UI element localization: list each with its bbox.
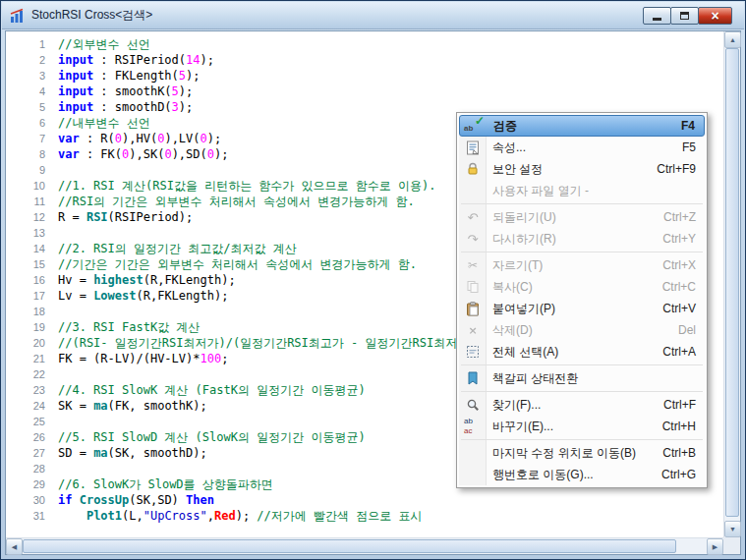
code-text: //(RSI- 일정기간RSI최저가)/(일정기간RSI최고가 - 일정기간RS… (58, 335, 490, 351)
line-number: 23 (6, 382, 54, 398)
menu-item-goto-line[interactable]: 행번호로 이동(G)...Ctrl+G (459, 464, 705, 485)
menu-item-shortcut: Ctrl+A (662, 345, 696, 359)
menu-item-properties[interactable]: 속성...F5 (459, 137, 705, 158)
line-number: 24 (6, 398, 54, 414)
menu-item-shortcut: Ctrl+Y (662, 232, 696, 246)
line-number: 10 (6, 178, 54, 194)
code-text: input : FKLength(5); (58, 68, 201, 84)
line-number: 22 (6, 366, 54, 382)
code-text: //내부변수 선언 (58, 115, 150, 131)
scrollbar-corner (723, 537, 740, 554)
menu-item-label: 마지막 수정 위치로 이동(B) (492, 445, 653, 462)
menu-item-label: 복사(C) (492, 279, 653, 296)
code-text: Lv = Lowest(R,FKLength); (58, 288, 228, 304)
menu-item-shortcut: Ctrl+F (663, 398, 696, 412)
vertical-scroll-thumb[interactable] (725, 48, 739, 517)
menu-item-select-all[interactable]: 전체 선택(A)Ctrl+A (459, 341, 705, 363)
undo-icon: ↶ (462, 209, 484, 225)
code-text: Hv = highest(R,FKLength); (58, 272, 236, 288)
menu-item-goto-last-edit[interactable]: 마지막 수정 위치로 이동(B)Ctrl+B (459, 442, 705, 464)
line-number: 8 (6, 146, 54, 162)
code-line: 3input : FKLength(5); (6, 68, 723, 84)
line-number: 27 (6, 445, 54, 461)
code-text: //2. RSI의 일정기간 최고값/최저값 계산 (58, 241, 297, 256)
menu-item-label: 보안 설정 (492, 161, 647, 178)
vertical-scrollbar[interactable]: ▲ ▼ (723, 31, 740, 537)
code-text: //외부변수 선언 (58, 36, 150, 52)
paste-icon (462, 301, 484, 316)
line-number: 29 (6, 476, 54, 492)
line-number: 13 (6, 225, 54, 241)
menu-item-shortcut: Ctrl+G (661, 468, 696, 481)
code-text: //기간은 기간은 외부변수 처리해서 속성에서 변경가능하게 함. (58, 256, 417, 272)
line-number: 26 (6, 429, 54, 445)
menu-item-shortcut: Ctrl+C (662, 280, 696, 294)
delete-icon: × (462, 322, 484, 338)
code-text: if CrossUp(SK,SD) Then (58, 492, 214, 508)
menu-item-undo: ↶되돌리기(U)Ctrl+Z (459, 206, 705, 228)
titlebar[interactable]: StochRSI Cross<검색> × (2, 2, 744, 29)
code-text: //1. RSI 계산(RSI값을 리턴하는 함수가 있으므로 함수로 이용). (58, 178, 436, 194)
security-icon (462, 161, 484, 177)
menu-separator (461, 439, 703, 440)
code-text: //6. SlowK가 SlowD를 상향돌파하면 (58, 476, 273, 492)
menu-item-redo: ↷다시하기(R)Ctrl+Y (459, 228, 705, 250)
line-number: 20 (6, 335, 54, 351)
line-number: 4 (6, 84, 54, 99)
line-number: 30 (6, 492, 54, 508)
maximize-button[interactable] (670, 7, 699, 25)
menu-item-label: 삭제(D) (492, 322, 668, 339)
window-controls: × (644, 7, 732, 25)
scroll-right-icon[interactable]: ▶ (707, 538, 723, 555)
menu-item-find[interactable]: 찾기(F)...Ctrl+F (459, 394, 705, 416)
app-window: StochRSI Cross<검색> × 1//외부변수 선언2input : … (0, 0, 746, 560)
menu-item-label: 자르기(T) (492, 257, 653, 274)
menu-item-shortcut: Ctrl+H (662, 420, 696, 433)
line-number: 16 (6, 272, 54, 288)
menu-item-security-settings[interactable]: 보안 설정Ctrl+F9 (459, 158, 705, 180)
menu-item-open-user-file: 사용자 파일 열기 - (459, 180, 705, 201)
menu-item-label: 전체 선택(A) (492, 344, 653, 361)
line-number: 12 (6, 209, 54, 225)
scroll-down-icon[interactable]: ▼ (724, 521, 741, 537)
menu-separator (461, 391, 703, 392)
code-line: 1//외부변수 선언 (6, 36, 723, 52)
code-line: 4input : smoothK(5); (6, 84, 723, 99)
line-number: 7 (6, 131, 54, 146)
scroll-up-icon[interactable]: ▲ (724, 31, 741, 48)
code-line: 31 Plot1(L,"UpCross",Red); //저가에 빨간색 점으로… (6, 508, 723, 524)
menu-item-label: 붙여넣기(P) (492, 301, 653, 317)
menu-item-verify[interactable]: ab✓검증F4 (459, 115, 705, 137)
code-line: 2input : RSIPeriod(14); (6, 52, 723, 68)
close-button[interactable]: × (698, 7, 732, 25)
menu-item-shortcut: Ctrl+Z (663, 210, 696, 224)
bookmark-icon (462, 370, 484, 386)
horizontal-scroll-thumb[interactable] (23, 539, 676, 553)
code-text: SK = ma(FK, smoothK); (58, 398, 207, 414)
menu-item-replace[interactable]: abac바꾸기(E)...Ctrl+H (459, 416, 705, 437)
code-text: input : smoothK(5); (58, 84, 193, 99)
line-number: 6 (6, 115, 54, 131)
menu-item-shortcut: Ctrl+X (662, 258, 696, 272)
code-text: //5. RSI SlowD 계산 (SlowK의 일정기간 이동평균) (58, 429, 366, 445)
horizontal-scrollbar[interactable]: ◀ ▶ (6, 537, 723, 554)
select-all-icon (462, 344, 484, 360)
context-menu: ab✓검증F4속성...F5보안 설정Ctrl+F9사용자 파일 열기 -↶되돌… (456, 112, 708, 488)
line-number: 11 (6, 194, 54, 209)
redo-icon: ↷ (462, 231, 484, 247)
menu-icon-empty (462, 445, 484, 461)
line-number: 15 (6, 256, 54, 272)
minimize-button[interactable] (643, 7, 671, 25)
code-line: 30if CrossUp(SK,SD) Then (6, 492, 723, 508)
scroll-left-icon[interactable]: ◀ (6, 538, 23, 555)
code-text: //3. RSI FastK값 계산 (58, 319, 200, 335)
code-text: //RSI의 기간은 외부변수 처리해서 속성에서 변경가능하게 함. (58, 194, 415, 209)
code-text: input : RSIPeriod(14); (58, 52, 214, 68)
menu-item-paste[interactable]: 붙여넣기(P)Ctrl+V (459, 298, 705, 319)
menu-separator (461, 364, 703, 365)
line-number: 3 (6, 68, 54, 84)
menu-item-label: 책갈피 상태전환 (492, 370, 686, 387)
verify-icon: ab✓ (463, 118, 485, 134)
menu-item-toggle-bookmark[interactable]: 책갈피 상태전환 (459, 367, 705, 389)
line-number: 14 (6, 241, 54, 256)
